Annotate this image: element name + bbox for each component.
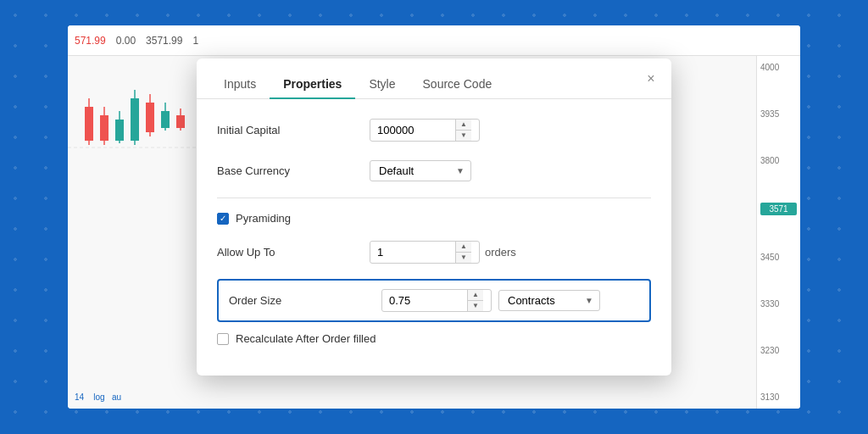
allow-up-to-control: ▲ ▼ orders bbox=[370, 241, 651, 264]
modal-overlay: Inputs Properties Style Source Code × In… bbox=[0, 0, 868, 434]
order-size-spinner-btns: ▲ ▼ bbox=[467, 290, 483, 311]
close-button[interactable]: × bbox=[641, 69, 661, 89]
base-currency-row: Base Currency Default USD EUR GBP ▼ bbox=[217, 157, 651, 184]
pyramiding-checkbox[interactable]: ✓ bbox=[217, 213, 229, 225]
base-currency-select-wrap: Default USD EUR GBP ▼ bbox=[370, 160, 471, 181]
allow-up-to-row: Allow Up To ▲ ▼ orders bbox=[217, 238, 651, 265]
tab-inputs[interactable]: Inputs bbox=[210, 70, 270, 99]
initial-capital-control: ▲ ▼ bbox=[370, 119, 651, 142]
base-currency-label: Base Currency bbox=[217, 164, 370, 177]
order-size-up-btn[interactable]: ▲ bbox=[468, 290, 483, 301]
initial-capital-up-btn[interactable]: ▲ bbox=[456, 120, 471, 131]
initial-capital-row: Initial Capital ▲ ▼ bbox=[217, 116, 651, 143]
order-size-spinner: ▲ ▼ bbox=[381, 289, 492, 312]
recalculate-label: Recalculate After Order filled bbox=[236, 332, 376, 345]
initial-capital-spinner: ▲ ▼ bbox=[370, 119, 480, 142]
allow-up-to-label: Allow Up To bbox=[217, 246, 370, 259]
tab-properties[interactable]: Properties bbox=[270, 70, 355, 99]
pyramiding-label: Pyramiding bbox=[236, 212, 291, 225]
allow-up-to-up-btn[interactable]: ▲ bbox=[456, 242, 471, 253]
initial-capital-down-btn[interactable]: ▼ bbox=[456, 131, 471, 141]
initial-capital-spinner-btns: ▲ ▼ bbox=[455, 120, 471, 141]
modal-body: Initial Capital ▲ ▼ Base Currency bbox=[197, 99, 671, 376]
checkmark-icon: ✓ bbox=[220, 214, 226, 223]
order-size-section: Order Size ▲ ▼ Contracts % bbox=[217, 279, 651, 322]
order-size-unit-wrap: Contracts % of equity USD Shares ▼ bbox=[498, 290, 600, 311]
allow-up-to-input[interactable] bbox=[370, 242, 455, 262]
recalculate-row: Recalculate After Order filled bbox=[217, 332, 651, 345]
order-size-down-btn[interactable]: ▼ bbox=[468, 301, 483, 311]
properties-modal: Inputs Properties Style Source Code × In… bbox=[197, 58, 671, 376]
modal-tabs: Inputs Properties Style Source Code × bbox=[197, 58, 671, 99]
allow-up-to-spinner: ▲ ▼ bbox=[370, 241, 480, 264]
base-currency-control: Default USD EUR GBP ▼ bbox=[370, 160, 651, 181]
allow-up-to-spinner-btns: ▲ ▼ bbox=[455, 242, 471, 263]
order-size-unit-select[interactable]: Contracts % of equity USD Shares bbox=[498, 290, 600, 311]
order-size-controls: ▲ ▼ Contracts % of equity USD Shares bbox=[381, 289, 600, 312]
orders-suffix: orders bbox=[485, 246, 516, 259]
initial-capital-label: Initial Capital bbox=[217, 124, 370, 136]
order-size-row: Order Size ▲ ▼ Contracts % bbox=[229, 289, 639, 312]
order-size-label: Order Size bbox=[229, 294, 381, 307]
tab-source-code[interactable]: Source Code bbox=[409, 70, 506, 99]
divider-1 bbox=[217, 198, 651, 198]
tab-style[interactable]: Style bbox=[355, 70, 409, 99]
initial-capital-input[interactable] bbox=[370, 120, 455, 140]
allow-up-to-down-btn[interactable]: ▼ bbox=[456, 253, 471, 263]
base-currency-select[interactable]: Default USD EUR GBP bbox=[370, 160, 471, 181]
recalculate-checkbox[interactable] bbox=[217, 333, 229, 345]
pyramiding-row: ✓ Pyramiding bbox=[217, 212, 651, 225]
order-size-input[interactable] bbox=[382, 291, 467, 310]
